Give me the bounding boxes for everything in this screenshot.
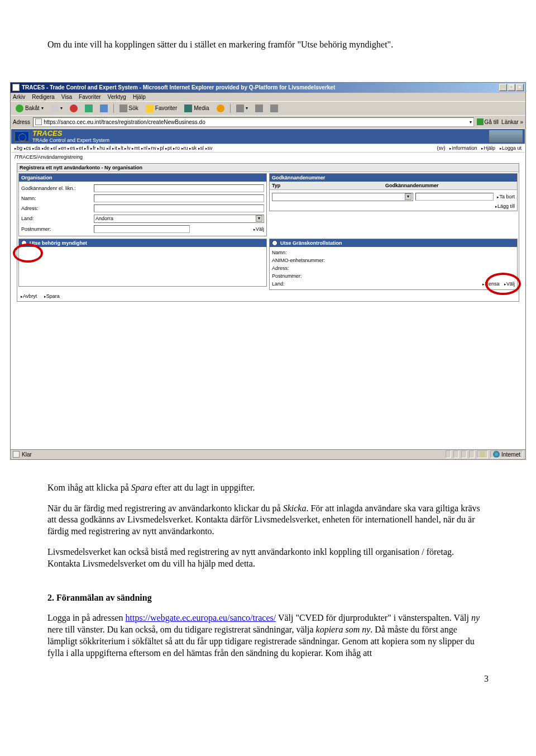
- lang-nl[interactable]: nl: [141, 145, 147, 151]
- lang-fi[interactable]: fi: [84, 145, 89, 151]
- godkannande-panel: Godkännandenummer Typ Godkännandenummer …: [269, 173, 518, 211]
- lang-current: (sv): [437, 145, 445, 151]
- page-icon: [35, 118, 42, 125]
- traces-url-link[interactable]: https://webgate.ec.europa.eu/sanco/trace…: [126, 613, 276, 622]
- app-icon: [12, 84, 20, 91]
- back-button[interactable]: Bakåt▾: [13, 103, 46, 113]
- lang-sk[interactable]: sk: [189, 145, 197, 151]
- search-button[interactable]: Sök: [117, 103, 141, 113]
- stop-button[interactable]: [67, 103, 80, 113]
- forward-button[interactable]: ▾: [48, 103, 65, 113]
- dropdown-icon: ▾: [256, 215, 262, 222]
- lang-sl[interactable]: sl: [198, 145, 204, 151]
- input-namn[interactable]: [94, 194, 264, 202]
- lang-cs[interactable]: cs: [24, 145, 31, 151]
- section-2-body: Logga in på adressen https://webgate.ec.…: [47, 612, 489, 659]
- lock-icon: [480, 451, 485, 457]
- input-godknr[interactable]: [415, 193, 494, 201]
- valj-link-2[interactable]: Välj: [504, 281, 515, 287]
- lang-bg[interactable]: bg: [15, 145, 22, 151]
- label-adress: Adress:: [21, 206, 94, 211]
- lang-lv[interactable]: lv: [125, 145, 131, 151]
- input-adress[interactable]: [94, 205, 264, 212]
- menu-visa[interactable]: Visa: [61, 94, 72, 100]
- radio-icon[interactable]: [272, 240, 277, 246]
- lagg-till-link[interactable]: Lägg till: [495, 203, 515, 209]
- select-land[interactable]: Andorra▾: [94, 215, 264, 223]
- menu-verktyg[interactable]: Verktyg: [108, 94, 126, 100]
- lang-en[interactable]: en: [59, 145, 66, 151]
- menu-favoriter[interactable]: Favoriter: [79, 94, 100, 100]
- rensa-link[interactable]: Rensa: [482, 281, 499, 287]
- lang-da[interactable]: da: [32, 145, 40, 151]
- stop-icon: [70, 104, 78, 112]
- info-link[interactable]: Information: [449, 145, 477, 151]
- lang-ru[interactable]: ru: [181, 145, 188, 151]
- radio-icon[interactable]: [21, 240, 27, 246]
- url-dropdown-icon[interactable]: ▾: [470, 120, 472, 125]
- refresh-button[interactable]: [82, 103, 95, 113]
- lang-pl[interactable]: pl: [157, 145, 164, 151]
- nar-du-paragraph: När du är färdig med registrering av anv…: [47, 503, 489, 538]
- url-input[interactable]: https://sanco.cec.eu.int/traces/registra…: [33, 117, 473, 127]
- grans-radio-row[interactable]: Utse Gränskontrollstation: [270, 239, 517, 247]
- minimize-button[interactable]: _: [499, 84, 507, 91]
- myndighet-radio-row[interactable]: Utse behörig myndighet: [19, 239, 266, 247]
- g-label-animo: ANIMO-enhetsnummer:: [272, 258, 361, 263]
- logout-link[interactable]: Logga ut: [500, 145, 521, 151]
- input-godkannandenr[interactable]: [94, 184, 264, 192]
- edit-button[interactable]: [267, 103, 281, 113]
- g-label-postnummer: Postnummer:: [272, 273, 344, 279]
- label-namn: Namn:: [21, 196, 94, 201]
- avbryt-link[interactable]: Avbryt: [21, 293, 37, 299]
- favorites-button[interactable]: Favoriter: [143, 103, 180, 113]
- lang-mt[interactable]: mt: [132, 145, 140, 151]
- menu-hjalp[interactable]: Hjälp: [133, 94, 146, 100]
- traces-header: TRACES TRAde Control and Expert System: [11, 129, 525, 144]
- status-text: Klar: [22, 451, 32, 458]
- home-icon: [100, 104, 108, 112]
- traces-subtitle: TRAde Control and Expert System: [32, 137, 109, 143]
- label-godkannandenr: Godkännandenr el. likn.:: [21, 186, 94, 191]
- go-icon: [477, 118, 484, 125]
- form-actions: Avbryt Spara: [17, 291, 519, 301]
- ta-bort-link[interactable]: Ta bort: [497, 194, 515, 199]
- refresh-icon: [85, 104, 93, 112]
- lang-es[interactable]: es: [68, 145, 75, 151]
- menu-redigera[interactable]: Redigera: [32, 94, 55, 100]
- spara-link[interactable]: Spara: [44, 293, 60, 299]
- lang-el[interactable]: el: [51, 145, 57, 151]
- home-button[interactable]: [97, 103, 111, 113]
- eu-flag-icon: [15, 131, 29, 141]
- history-button[interactable]: [214, 103, 227, 113]
- input-postnummer[interactable]: [94, 225, 190, 233]
- mail-button[interactable]: ▾: [233, 103, 251, 113]
- print-button[interactable]: [252, 103, 266, 113]
- lang-lt[interactable]: lt: [118, 145, 123, 151]
- links-button[interactable]: Länkar »: [501, 119, 523, 125]
- menu-bar: Arkiv Redigera Visa Favoriter Verktyg Hj…: [11, 93, 525, 101]
- lang-pt[interactable]: pt: [165, 145, 172, 151]
- close-button[interactable]: ×: [516, 84, 524, 91]
- go-button[interactable]: Gå till: [477, 118, 499, 125]
- internet-zone-icon: [493, 451, 500, 458]
- header-graphic: [489, 130, 523, 142]
- lang-it[interactable]: it: [112, 145, 117, 151]
- lang-ro[interactable]: ro: [173, 145, 180, 151]
- g-label-land: Land:: [272, 281, 344, 287]
- lang-de[interactable]: de: [42, 145, 50, 151]
- lang-fr[interactable]: fr: [90, 145, 96, 151]
- menu-arkiv[interactable]: Arkiv: [13, 94, 25, 100]
- label-postnummer: Postnummer:: [21, 226, 94, 232]
- lang-nv[interactable]: nv: [149, 145, 156, 151]
- lang-et[interactable]: et: [76, 145, 83, 151]
- lang-il[interactable]: il: [107, 145, 111, 151]
- search-icon: [119, 104, 127, 112]
- restore-button[interactable]: ❐: [508, 84, 515, 91]
- lang-hu[interactable]: hu: [97, 145, 105, 151]
- select-typ[interactable]: ▾: [272, 193, 413, 201]
- help-link[interactable]: Hjälp: [481, 145, 495, 151]
- lang-sv[interactable]: sv: [205, 145, 213, 151]
- valj-link[interactable]: Välj: [253, 226, 264, 232]
- media-button[interactable]: Media: [181, 103, 212, 113]
